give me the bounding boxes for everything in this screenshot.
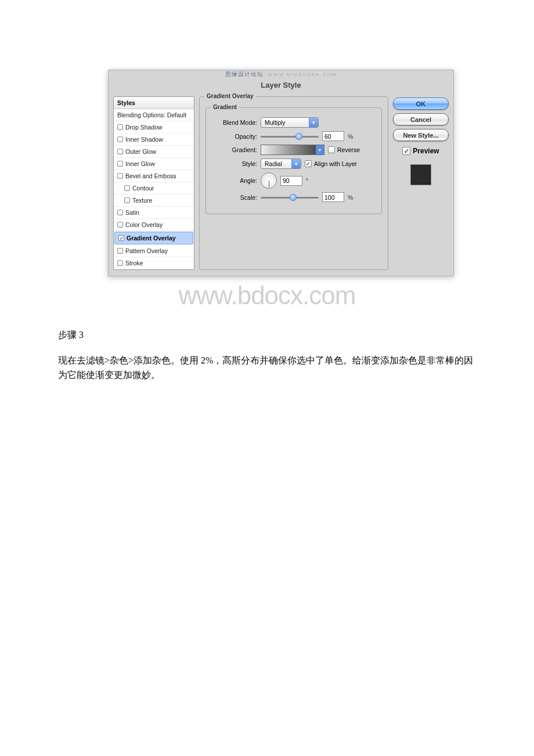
blend-mode-label: Blend Mode: <box>212 119 257 126</box>
gradient-overlay-group: Gradient Overlay Gradient Blend Mode: Mu… <box>199 96 388 270</box>
checkbox-icon[interactable] <box>117 210 123 215</box>
scale-field[interactable] <box>322 192 344 202</box>
sidebar-item-bevel-and-emboss[interactable]: Bevel and Emboss <box>114 170 194 182</box>
checkbox-icon[interactable] <box>117 173 123 179</box>
sidebar-item-label: Inner Glow <box>125 160 155 167</box>
angle-label: Angle: <box>212 177 257 184</box>
align-with-layer-checkbox[interactable]: ✓ Align with Layer <box>305 160 357 167</box>
sidebar-item-inner-glow[interactable]: Inner Glow <box>114 158 194 170</box>
blend-mode-select[interactable]: Multiply ▾ <box>261 117 319 128</box>
checkbox-icon[interactable]: ✓ <box>118 235 124 241</box>
group-label-outer: Gradient Overlay <box>204 93 256 99</box>
style-value: Radial <box>265 160 282 167</box>
preview-checkbox[interactable]: ✓ Preview <box>393 147 449 155</box>
sidebar-item-drop-shadow[interactable]: Drop Shadow <box>114 121 194 134</box>
opacity-label: Opacity: <box>212 133 257 140</box>
checkbox-icon[interactable] <box>124 185 130 191</box>
dialog-buttons: OK Cancel New Style... ✓ Preview <box>393 96 449 270</box>
style-select[interactable]: Radial ▾ <box>261 159 301 169</box>
sidebar-item-label: Texture <box>132 197 152 204</box>
checkbox-icon[interactable] <box>117 222 123 228</box>
watermark-url: WWW.MISSYUAN.COM <box>268 72 337 77</box>
opacity-slider[interactable] <box>261 132 319 141</box>
angle-field[interactable] <box>280 176 302 186</box>
sidebar-item-label: Inner Shadow <box>125 136 163 143</box>
checkbox-icon[interactable] <box>124 197 130 203</box>
layer-style-dialog: 思缘设计论坛 WWW.MISSYUAN.COM Layer Style Styl… <box>108 70 454 276</box>
group-label-inner: Gradient <box>211 104 239 110</box>
checkbox-icon[interactable] <box>117 248 123 254</box>
sidebar-item-label: Contour <box>132 185 154 192</box>
caret-icon: ▾ <box>309 118 318 127</box>
angle-unit: ° <box>306 177 308 184</box>
style-label: Style: <box>212 160 257 167</box>
sidebar-blending-options[interactable]: Blending Options: Default <box>114 109 194 121</box>
sidebar-item-label: Drop Shadow <box>125 124 163 131</box>
sidebar-item-gradient-overlay[interactable]: ✓Gradient Overlay <box>114 232 193 244</box>
sidebar-item-contour[interactable]: Contour <box>114 182 194 195</box>
article-text: 步骤 3 现在去滤镜>杂色>添加杂色。使用 2%，高斯分布并确保你选中了单色。给… <box>58 327 476 383</box>
scale-label: Scale: <box>212 194 257 201</box>
sidebar-item-stroke[interactable]: Stroke <box>114 257 194 269</box>
sidebar-item-inner-shadow[interactable]: Inner Shadow <box>114 134 194 146</box>
reverse-label: Reverse <box>337 146 360 153</box>
scale-slider[interactable] <box>261 193 319 201</box>
watermark-top: 思缘设计论坛 WWW.MISSYUAN.COM <box>109 70 453 78</box>
opacity-unit: % <box>348 133 353 140</box>
page-watermark: www.bdocx.com <box>0 281 534 310</box>
new-style-button[interactable]: New Style... <box>393 129 449 141</box>
sidebar-item-label: Satin <box>125 209 139 216</box>
checkbox-icon[interactable] <box>117 161 123 167</box>
preview-label: Preview <box>413 147 439 155</box>
sidebar-item-color-overlay[interactable]: Color Overlay <box>114 219 194 231</box>
checkbox-icon: ✓ <box>402 147 410 155</box>
dialog-title: Layer Style <box>109 81 453 89</box>
sidebar-item-pattern-overlay[interactable]: Pattern Overlay <box>114 245 194 257</box>
opacity-field[interactable] <box>322 131 344 141</box>
ok-button[interactable]: OK <box>393 98 449 110</box>
reverse-checkbox[interactable]: Reverse <box>328 146 360 153</box>
sidebar-item-label: Gradient Overlay <box>127 235 176 242</box>
cancel-button[interactable]: Cancel <box>393 113 449 125</box>
checkbox-icon[interactable] <box>117 149 123 154</box>
gradient-label: Gradient: <box>212 146 257 153</box>
checkbox-icon[interactable] <box>117 124 123 130</box>
gradient-group: Gradient Blend Mode: Multiply ▾ Opacity: <box>205 107 382 214</box>
checkbox-icon[interactable] <box>117 136 123 142</box>
sidebar-item-satin[interactable]: Satin <box>114 207 194 219</box>
sidebar-item-label: Bevel and Emboss <box>125 172 176 179</box>
gradient-swatch[interactable]: ▾ <box>261 145 324 155</box>
sidebar-item-label: Blending Options: Default <box>117 111 186 118</box>
sidebar-item-label: Outer Glow <box>125 148 156 155</box>
preview-swatch <box>410 164 431 185</box>
sidebar-item-label: Pattern Overlay <box>125 247 168 254</box>
step-body: 现在去滤镜>杂色>添加杂色。使用 2%，高斯分布并确保你选中了单色。给渐变添加杂… <box>58 353 476 383</box>
chevron-down-icon[interactable]: ▾ <box>316 145 324 154</box>
align-label: Align with Layer <box>314 160 357 167</box>
sidebar-header[interactable]: Styles <box>114 97 194 109</box>
angle-dial[interactable] <box>261 172 277 189</box>
sidebar-item-label: Stroke <box>125 260 143 267</box>
checkbox-icon[interactable] <box>117 260 123 266</box>
checkbox-icon: ✓ <box>305 160 312 167</box>
blend-mode-value: Multiply <box>265 119 286 126</box>
watermark-cn: 思缘设计论坛 <box>225 71 264 77</box>
sidebar-item-outer-glow[interactable]: Outer Glow <box>114 146 194 158</box>
sidebar-item-label: Color Overlay <box>125 221 163 228</box>
checkbox-icon <box>328 146 335 153</box>
scale-unit: % <box>348 194 353 201</box>
sidebar-item-texture[interactable]: Texture <box>114 195 194 207</box>
caret-icon: ▾ <box>291 159 301 168</box>
styles-sidebar: Styles Blending Options: Default Drop Sh… <box>113 96 194 270</box>
step-heading: 步骤 3 <box>58 327 476 343</box>
